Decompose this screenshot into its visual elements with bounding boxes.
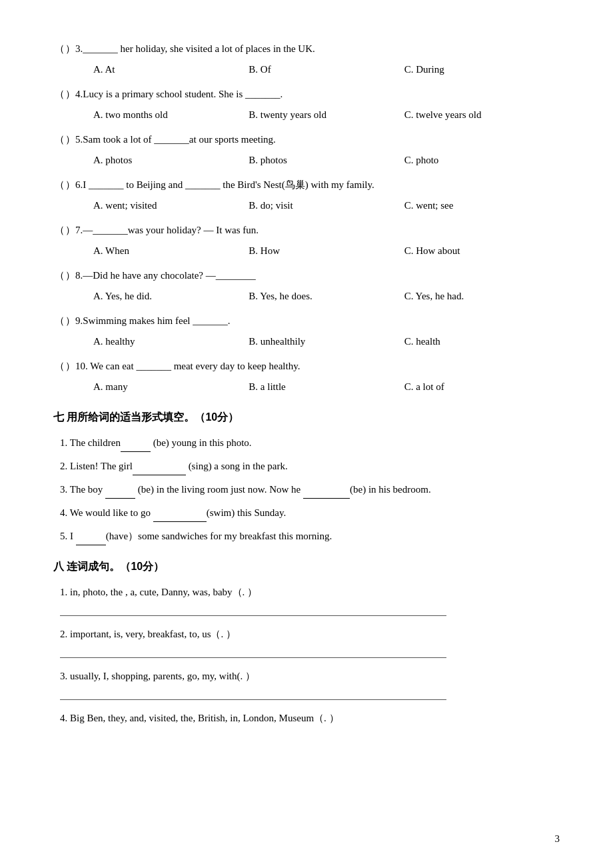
word-order-1-line [60, 604, 446, 616]
fill-q5: 5. I (have）some sandwiches for my breakf… [60, 527, 560, 545]
word-order-2-line [60, 646, 446, 658]
option-8a: A. Yes, he did. [93, 287, 249, 305]
option-9c: C. health [404, 333, 560, 351]
option-9b: B. unhealthily [249, 333, 404, 351]
options-7: A. When B. How C. How about [93, 242, 560, 260]
blank-2 [133, 475, 186, 475]
bracket-8: （ [53, 267, 65, 285]
qtext-8: —Did he have any chocolate? —________ [83, 267, 560, 285]
word-order-3-line [60, 688, 446, 700]
qnum-3: ）3. [65, 40, 83, 58]
option-6a: A. went; visited [93, 197, 249, 215]
option-6b: B. do; visit [249, 197, 404, 215]
bracket-10: （ [53, 357, 65, 375]
qtext-4: Lucy is a primary school student. She is… [83, 85, 560, 103]
option-5c: C. photo [404, 151, 560, 169]
fill-q1: 1. The children (be) young in this photo… [60, 434, 560, 452]
qtext-9: Swimming makes him feel _______. [83, 312, 560, 330]
word-order-4: 4. Big Ben, they, and, visited, the, Bri… [60, 709, 560, 727]
question-8: （ ）8. —Did he have any chocolate? —_____… [53, 267, 560, 305]
question-6: （ ）6. I _______ to Beijing and _______ t… [53, 176, 560, 215]
option-8c: C. Yes, he had. [404, 287, 560, 305]
blank-4 [153, 521, 207, 522]
word-order-2: 2. important, is, very, breakfast, to, u… [60, 625, 560, 658]
qnum-10: ）10. [65, 357, 88, 375]
option-4c: C. twelve years old [404, 106, 560, 124]
qtext-5: Sam took a lot of _______at our sports m… [83, 131, 560, 149]
qtext-10: We can eat _______ meat every day to kee… [88, 357, 560, 375]
option-7b: B. How [249, 242, 404, 260]
fill-q3-text: 3. The boy (be) in the living room just … [60, 484, 431, 495]
option-3b: B. Of [249, 61, 404, 79]
question-10: （ ）10. We can eat _______ meat every day… [53, 357, 560, 396]
options-9: A. healthy B. unhealthily C. health [93, 333, 560, 351]
qtext-3: _______ her holiday, she visited a lot o… [83, 40, 560, 58]
word-order-3-text: 3. usually, I, shopping, parents, go, my… [60, 671, 255, 681]
question-9: （ ）9. Swimming makes him feel _______. A… [53, 312, 560, 351]
blank-5 [76, 545, 106, 545]
bracket-3: （ [53, 40, 65, 58]
bracket-5: （ [53, 131, 65, 149]
qnum-6: ）6. [65, 176, 83, 194]
fill-q4-text: 4. We would like to go (swim) this Sunda… [60, 507, 286, 518]
page-number: 3 [555, 830, 560, 848]
question-5: （ ）5. Sam took a lot of _______at our sp… [53, 131, 560, 169]
qtext-7: —_______was your holiday? — It was fun. [83, 221, 560, 239]
qnum-5: ）5. [65, 131, 83, 149]
options-10: A. many B. a little C. a lot of [93, 378, 560, 396]
option-10a: A. many [93, 378, 249, 396]
options-4: A. two months old B. twenty years old C.… [93, 106, 560, 124]
bracket-9: （ [53, 312, 65, 330]
section-6: （ ）3. _______ her holiday, she visited a… [53, 40, 560, 396]
option-10b: B. a little [249, 378, 404, 396]
fill-q2: 2. Listen! The girl (sing) a song in the… [60, 457, 560, 475]
options-5: A. photos B. photos C. photo [93, 151, 560, 169]
fill-q3: 3. The boy (be) in the living room just … [60, 481, 560, 499]
option-4a: A. two months old [93, 106, 249, 124]
section-7: 七 用所给词的适当形式填空。（10分） 1. The children (be)… [53, 408, 560, 545]
option-3c: C. During [404, 61, 560, 79]
section-8: 八 连词成句。（10分） 1. in, photo, the , a, cute… [53, 557, 560, 727]
qnum-9: ）9. [65, 312, 83, 330]
qtext-6: I _______ to Beijing and _______ the Bir… [83, 176, 560, 194]
word-order-1: 1. in, photo, the , a, cute, Danny, was,… [60, 583, 560, 616]
option-7a: A. When [93, 242, 249, 260]
section-8-title: 八 连词成句。（10分） [53, 557, 560, 577]
options-3: A. At B. Of C. During [93, 61, 560, 79]
qnum-4: ）4. [65, 85, 83, 103]
bracket-6: （ [53, 176, 65, 194]
word-order-4-text: 4. Big Ben, they, and, visited, the, Bri… [60, 713, 339, 723]
bracket-7: （ [53, 221, 65, 239]
option-3a: A. At [93, 61, 249, 79]
fill-q1-text: 1. The children (be) young in this photo… [60, 437, 252, 448]
blank-3a [105, 498, 135, 499]
fill-q4: 4. We would like to go (swim) this Sunda… [60, 504, 560, 522]
option-8b: B. Yes, he does. [249, 287, 404, 305]
options-6: A. went; visited B. do; visit C. went; s… [93, 197, 560, 215]
section-7-title: 七 用所给词的适当形式填空。（10分） [53, 408, 560, 427]
bracket-4: （ [53, 85, 65, 103]
qnum-8: ）8. [65, 267, 83, 285]
option-9a: A. healthy [93, 333, 249, 351]
option-5a: A. photos [93, 151, 249, 169]
fill-q5-text: 5. I (have）some sandwiches for my breakf… [60, 531, 332, 541]
option-4b: B. twenty years old [249, 106, 404, 124]
option-6c: C. went; see [404, 197, 560, 215]
blank-1 [121, 451, 151, 452]
word-order-1-text: 1. in, photo, the , a, cute, Danny, was,… [60, 587, 257, 597]
fill-q2-text: 2. Listen! The girl (sing) a song in the… [60, 461, 288, 471]
word-order-2-text: 2. important, is, very, breakfast, to, u… [60, 629, 236, 639]
option-10c: C. a lot of [404, 378, 560, 396]
word-order-3: 3. usually, I, shopping, parents, go, my… [60, 667, 560, 700]
option-5b: B. photos [249, 151, 404, 169]
question-3: （ ）3. _______ her holiday, she visited a… [53, 40, 560, 79]
option-7c: C. How about [404, 242, 560, 260]
qnum-7: ）7. [65, 221, 83, 239]
question-7: （ ）7. —_______was your holiday? — It was… [53, 221, 560, 260]
options-8: A. Yes, he did. B. Yes, he does. C. Yes,… [93, 287, 560, 305]
blank-3b [303, 498, 350, 499]
question-4: （ ）4. Lucy is a primary school student. … [53, 85, 560, 124]
